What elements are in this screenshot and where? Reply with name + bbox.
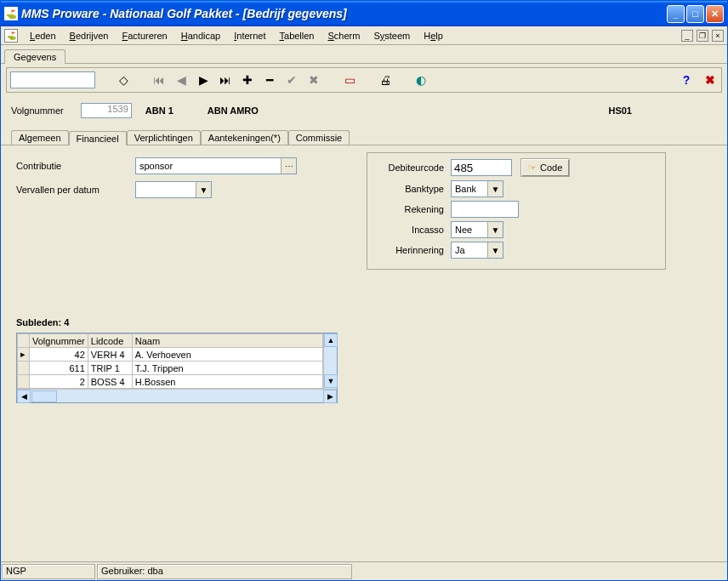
label-debiteurcode: Debiteurcode [374,162,451,173]
menu-factureren[interactable]: Factureren [115,29,173,43]
chevron-down-icon[interactable]: ▼ [487,222,503,237]
window-minimize-button[interactable]: _ [667,5,685,23]
label-vervallen: Vervallen per datum [16,185,135,195]
debtor-panel: Debiteurcode ☞ Code Banktype Bank ▼ Reke… [367,152,666,270]
nav-last-icon[interactable]: ⏭ [218,72,233,88]
nav-first-icon[interactable]: ⏮ [151,72,167,88]
contributie-combo[interactable]: sponsor ⋯ [135,157,297,174]
menu-leden[interactable]: Leden [23,29,63,43]
menu-handicap[interactable]: Handicap [174,29,228,43]
info-row: Volgnummer 1539 ABN 1 ABN AMRO HS01 [1,96,727,127]
globe-icon[interactable]: ◐ [413,72,429,88]
label-contributie: Contributie [16,161,135,171]
chevron-down-icon[interactable]: ▼ [196,182,211,197]
company-name: ABN AMRO [208,105,259,116]
menu-tabellen[interactable]: Tabellen [273,29,321,43]
col-volgnummer[interactable]: Volgnummer [30,334,88,348]
label-rekening: Rekening [374,204,451,214]
tab-gegevens[interactable]: Gegevens [4,49,65,64]
table-row[interactable]: 611 TRIP 1 T.J. Trippen [18,362,323,375]
scroll-right-icon[interactable]: ▶ [323,390,337,403]
label-volgnummer: Volgnummer [11,105,64,116]
app-icon: ⛳ [4,7,18,20]
menu-bedrijven[interactable]: Bedrijven [63,29,116,43]
menu-scherm[interactable]: Scherm [321,29,367,43]
rowhead-corner [18,334,30,348]
chevron-down-icon[interactable]: ▼ [487,242,503,258]
code-button[interactable]: ☞ Code [520,158,570,177]
status-user: Gebruiker: dba [97,564,352,579]
code-right: HS01 [608,105,632,116]
scroll-left-icon[interactable]: ◀ [17,390,31,403]
menu-app-icon: ⛳ [4,29,18,43]
table-row[interactable]: ▸ 42 VERH 4 A. Verhoeven [18,348,323,362]
tab-verplichtingen[interactable]: Verplichtingen [127,130,201,145]
card-icon[interactable]: ▭ [342,72,357,88]
label-herinnering: Herinnering [374,245,451,255]
banktype-combo[interactable]: Bank ▼ [451,180,503,197]
tab-financieel[interactable]: Financieel [69,131,127,145]
pointer-icon: ☞ [528,162,537,174]
col-lidcode[interactable]: Lidcode [88,334,132,348]
debiteurcode-input[interactable] [451,159,512,176]
subleden-title: Subleden: 4 [16,317,712,328]
window-close-button[interactable]: ✕ [706,5,724,23]
scroll-down-icon[interactable]: ▼ [324,374,338,388]
menu-internet[interactable]: Internet [227,29,272,43]
close-icon[interactable]: ✖ [702,72,718,88]
toolbar: ◇ ⏮ ◀ ▶ ⏭ ✚ ━ ✔ ✖ ▭ 🖨 ◐ ? ✖ [6,67,722,93]
subleden-grid: Volgnummer Lidcode Naam ▸ 42 VERH 4 A. V… [16,333,338,403]
grid-horizontal-scrollbar[interactable]: ◀ ▶ [17,389,337,402]
eraser-icon[interactable]: ◇ [116,72,131,88]
abn-code: ABN 1 [145,105,173,116]
add-icon[interactable]: ✚ [240,72,255,88]
remove-icon[interactable]: ━ [262,72,277,88]
scroll-thumb[interactable] [31,390,57,402]
col-naam[interactable]: Naam [132,334,322,348]
content-panel: Contributie sponsor ⋯ Vervallen per datu… [1,145,727,415]
status-bar: NGP Gebruiker: dba [1,561,727,580]
tab-aantekeningen[interactable]: Aantekeningen(*) [201,130,288,145]
help-icon[interactable]: ? [679,72,694,88]
mdi-restore-button[interactable]: ❐ [697,30,708,42]
row-indicator: ▸ [18,348,30,362]
vervallen-date-combo[interactable]: ▼ [135,181,212,198]
nav-play-icon[interactable]: ▶ [196,72,211,88]
window-title: MMS Proware - Nationaal Golf Pakket - [B… [21,7,665,20]
menu-bar: ⛳ Leden Bedrijven Factureren Handicap In… [1,26,727,45]
toolbar-search-input[interactable] [10,71,95,88]
rekening-input[interactable] [451,201,519,218]
volgnummer-field[interactable]: 1539 [81,103,132,118]
tab-algemeen[interactable]: Algemeen [11,130,69,145]
confirm-icon[interactable]: ✔ [284,72,299,88]
menu-help[interactable]: Help [417,29,450,43]
chevron-down-icon[interactable]: ▼ [487,181,503,197]
incasso-combo[interactable]: Nee ▼ [451,221,503,238]
window-maximize-button[interactable]: □ [686,5,704,23]
ellipsis-icon[interactable]: ⋯ [281,158,296,174]
table-header-row: Volgnummer Lidcode Naam [18,334,323,348]
detail-tabs: Algemeen Financieel Verplichtingen Aante… [1,127,727,145]
subleden-section: Subleden: 4 Volgnummer Lidcode Naam ▸ 42 [16,317,712,403]
cancel-edit-icon[interactable]: ✖ [306,72,321,88]
contributie-value: sponsor [136,161,281,171]
grid-vertical-scrollbar[interactable]: ▲ ▼ [323,333,337,389]
label-incasso: Incasso [374,225,451,235]
scroll-up-icon[interactable]: ▲ [324,333,338,347]
table-row[interactable]: 2 BOSS 4 H.Bossen [18,375,323,389]
mdi-close-button[interactable]: × [712,30,724,42]
print-icon[interactable]: 🖨 [378,72,393,88]
title-bar: ⛳ MMS Proware - Nationaal Golf Pakket - … [1,1,727,26]
nav-prev-icon[interactable]: ◀ [173,72,189,88]
menu-systeem[interactable]: Systeem [367,29,417,43]
sub-tabs: Gegevens [1,45,727,64]
tab-commissie[interactable]: Commissie [288,130,350,145]
herinnering-combo[interactable]: Ja ▼ [451,242,503,259]
mdi-minimize-button[interactable]: _ [681,30,693,42]
status-left: NGP [2,564,95,579]
label-banktype: Banktype [374,184,451,194]
